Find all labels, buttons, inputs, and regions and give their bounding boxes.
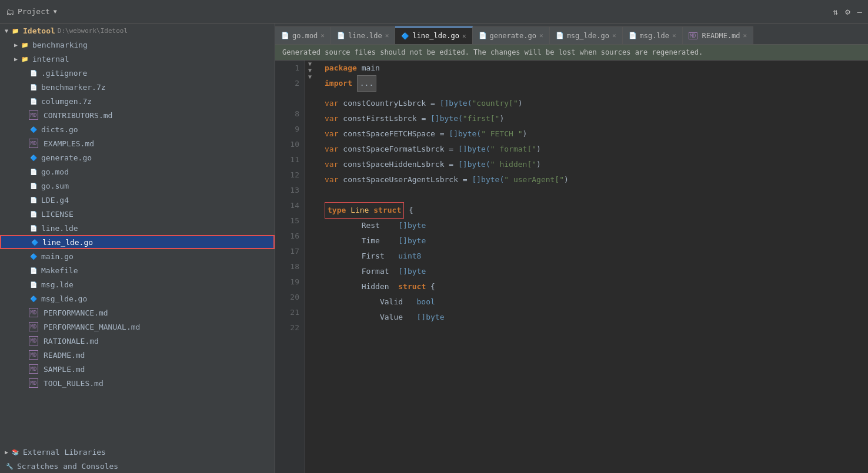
sidebar-item-readme[interactable]: MD README.md <box>0 348 275 362</box>
tab-linelde-icon: 📄 <box>337 32 345 39</box>
sidebar-item-linelde[interactable]: 📄 line.lde <box>0 221 275 235</box>
license-spacer <box>14 209 26 219</box>
sidebar-item-perf[interactable]: MD PERFORMANCE.md <box>0 306 275 320</box>
rationale-label: RATIONALE.md <box>44 337 99 345</box>
tab-msgldego[interactable]: 📄 msg_lde.go ✕ <box>550 26 623 44</box>
linenum-22: 22 <box>280 320 299 336</box>
sample-label: SAMPLE.md <box>44 365 85 374</box>
sidebar-item-makefile[interactable]: 📄 Makefile <box>0 263 275 277</box>
code-content[interactable]: package main import ... var constCountry… <box>315 61 868 473</box>
contributors-md-icon: MD <box>29 110 38 120</box>
benchmarker-spacer <box>14 82 26 92</box>
warning-bar: Generated source files should not be edi… <box>275 45 868 61</box>
linenum-12: 12 <box>280 167 299 183</box>
tab-generatego-close[interactable]: ✕ <box>539 32 543 39</box>
tab-gomod[interactable]: 📄 go.mod ✕ <box>275 26 331 44</box>
tab-msglde-label: msg.lde <box>640 32 670 40</box>
root-expand-arrow: ▼ <box>5 28 8 34</box>
minimize-icon[interactable]: — <box>857 7 862 16</box>
sample-md-icon: MD <box>29 364 38 374</box>
fold-gutter-2[interactable]: ▼ <box>305 61 315 67</box>
rationale-md-icon: MD <box>29 336 38 345</box>
settings-icon[interactable]: ⚙ <box>845 7 850 16</box>
gosum-icon: 📄 <box>29 181 38 190</box>
sidebar-item-maingo[interactable]: 🔷 main.go <box>0 249 275 263</box>
code-line-17: Time []byte <box>325 233 868 249</box>
tab-gomod-icon: 📄 <box>281 32 289 39</box>
sidebar-item-rationale[interactable]: MD RATIONALE.md <box>0 334 275 348</box>
tab-generatego-icon: 📄 <box>479 32 487 39</box>
expand-icon[interactable]: ⇅ <box>833 7 838 16</box>
lineldego-spacer <box>15 237 27 247</box>
contributors-label: CONTRIBUTORS.md <box>44 111 112 120</box>
sidebar-item-contributors[interactable]: MD CONTRIBUTORS.md <box>0 108 275 122</box>
dicts-spacer <box>14 125 26 134</box>
sidebar-item-columgen[interactable]: 📄 columgen.7z <box>0 94 275 108</box>
tab-lineldego-icon: 🔷 <box>401 32 409 40</box>
tab-linelde-close[interactable]: ✕ <box>385 32 389 39</box>
msglde-icon: 📄 <box>29 280 38 289</box>
code-import-collapsed[interactable]: ... <box>357 75 376 92</box>
code-var-9: var <box>325 111 343 126</box>
tab-readmemd-close[interactable]: ✕ <box>743 32 747 39</box>
sidebar-item-perfman[interactable]: MD PERFORMANCE_MANUAL.md <box>0 320 275 334</box>
project-label[interactable]: Project <box>18 7 50 16</box>
lineldego-label: line_lde.go <box>42 238 93 247</box>
sidebar-item-scratches[interactable]: 🔧 Scratches and Consoles <box>0 459 275 473</box>
sidebar-item-toolrules[interactable]: MD TOOL_RULES.md <box>0 376 275 390</box>
perf-label: PERFORMANCE.md <box>44 308 108 317</box>
sidebar-item-gosum[interactable]: 📄 go.sum <box>0 179 275 193</box>
sidebar-root[interactable]: ▼ 📁 Idetool D:\webwork\Idetool <box>0 24 275 38</box>
code-line-11: var constSpaceFormatLsbrck = []byte(" fo… <box>325 142 868 157</box>
linelde-icon: 📄 <box>29 223 38 233</box>
tab-generatego[interactable]: 📄 generate.go ✕ <box>473 26 550 44</box>
sidebar-item-msglde[interactable]: 📄 msg.lde <box>0 277 275 291</box>
sidebar-item-internal[interactable]: ▶ 📁 internal <box>0 52 275 66</box>
sidebar-item-generate[interactable]: 🔷 generate.go <box>0 150 275 165</box>
tab-linelde[interactable]: 📄 line.lde ✕ <box>331 26 395 44</box>
sidebar-item-external-libraries[interactable]: ▶ 📚 External Libraries <box>0 445 275 459</box>
root-path: D:\webwork\Idetool <box>58 27 128 35</box>
maingo-label: main.go <box>41 252 74 261</box>
tab-msgldego-close[interactable]: ✕ <box>612 32 616 39</box>
code-line-8: var constCountryLsbrck = []byte("country… <box>325 96 868 111</box>
examples-md-icon: MD <box>29 139 38 148</box>
tab-lineldego-close[interactable]: ✕ <box>462 32 466 40</box>
perfman-spacer <box>14 322 26 331</box>
sidebar-item-sample[interactable]: MD SAMPLE.md <box>0 362 275 376</box>
internal-label: internal <box>32 55 69 63</box>
tab-gomod-close[interactable]: ✕ <box>321 32 325 39</box>
code-line-2: import ... <box>325 76 868 91</box>
sidebar-item-benchmarking[interactable]: ▶ 📁 benchmarking <box>0 38 275 52</box>
fold-gutter-15[interactable]: ▼ <box>305 67 315 73</box>
tab-msglde[interactable]: 📄 msg.lde ✕ <box>623 26 683 44</box>
fold-gutter-20[interactable]: ▼ <box>305 73 315 80</box>
sidebar-item-benchmarker[interactable]: 📄 benchmarker.7z <box>0 80 275 94</box>
editor-area: 📄 go.mod ✕ 📄 line.lde ✕ 🔷 line_lde.go ✕ … <box>275 24 868 473</box>
linenum-14: 14 <box>280 198 299 213</box>
generate-go-icon: 🔷 <box>29 153 38 162</box>
benchmarker-label: benchmarker.7z <box>41 83 106 92</box>
sidebar-item-license[interactable]: 📄 LICENSE <box>0 207 275 221</box>
sidebar-item-msgldego[interactable]: 🔷 msg_lde.go <box>0 291 275 306</box>
tab-msglde-close[interactable]: ✕ <box>672 32 676 39</box>
sidebar-item-gomod[interactable]: 📄 go.mod <box>0 165 275 179</box>
tab-gomod-label: go.mod <box>292 32 318 40</box>
sidebar-item-ldeg4[interactable]: 📄 LDE.g4 <box>0 193 275 207</box>
code-line-21: Valid bool <box>325 294 868 310</box>
code-var-10: var <box>325 126 343 142</box>
tabs-bar: 📄 go.mod ✕ 📄 line.lde ✕ 🔷 line_lde.go ✕ … <box>275 24 868 45</box>
code-import: import <box>325 76 352 91</box>
gomod-label: go.mod <box>41 167 69 176</box>
sidebar-item-dicts[interactable]: 🔷 dicts.go <box>0 122 275 136</box>
tab-readmemd[interactable]: MD README.md ✕ <box>683 26 754 44</box>
perf-md-icon: MD <box>29 308 38 317</box>
project-dropdown-icon[interactable]: ▼ <box>54 8 57 15</box>
sidebar-item-examples[interactable]: MD EXAMPLES.md <box>0 136 275 150</box>
sidebar-item-lineldego[interactable]: 🔷 line_lde.go <box>0 235 275 249</box>
sidebar-item-gitignore[interactable]: 📄 .gitignore <box>0 66 275 80</box>
code-line-10: var constSpaceFETCHSpace = []byte(" FETC… <box>325 126 868 142</box>
tab-lineldego[interactable]: 🔷 line_lde.go ✕ <box>395 26 472 44</box>
linelde-spacer <box>14 223 26 233</box>
code-line-1: package main <box>325 61 868 76</box>
